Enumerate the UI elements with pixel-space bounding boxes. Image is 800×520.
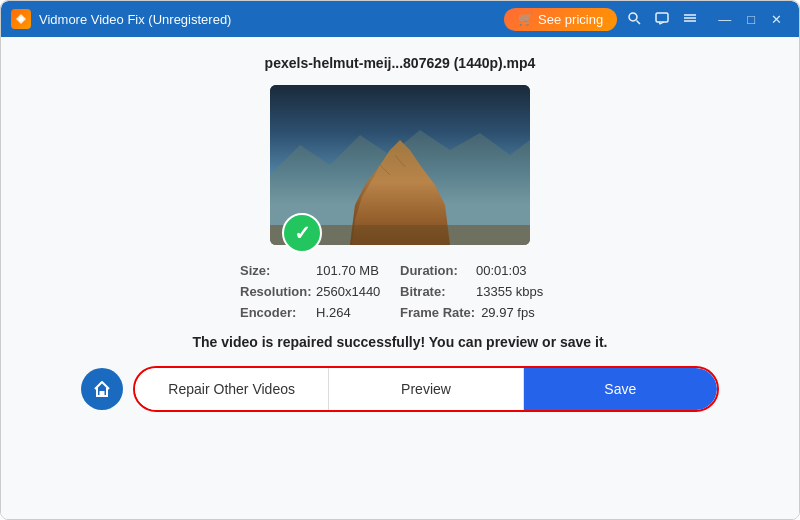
framerate-label: Frame Rate: xyxy=(400,305,475,320)
duration-row: Duration: 00:01:03 xyxy=(400,263,560,278)
bitrate-label: Bitrate: xyxy=(400,284,470,299)
main-content: pexels-helmut-meij...807629 (1440p).mp4 xyxy=(1,37,799,520)
message-button[interactable] xyxy=(651,9,673,30)
bitrate-row: Bitrate: 13355 kbps xyxy=(400,284,560,299)
title-bar-right: 🛒 See pricing — □ ✕ xyxy=(504,8,789,31)
maximize-button[interactable]: □ xyxy=(740,10,762,29)
encoder-value: H.264 xyxy=(316,305,351,320)
title-bar: Vidmore Video Fix (Unregistered) 🛒 See p… xyxy=(1,1,799,37)
app-icon xyxy=(11,9,31,29)
encoder-label: Encoder: xyxy=(240,305,310,320)
repair-other-videos-button[interactable]: Repair Other Videos xyxy=(135,368,329,410)
success-badge: ✓ xyxy=(282,213,322,253)
action-bar: Repair Other Videos Preview Save xyxy=(21,366,779,412)
close-button[interactable]: ✕ xyxy=(764,10,789,29)
framerate-row: Frame Rate: 29.97 fps xyxy=(400,305,560,320)
framerate-value: 29.97 fps xyxy=(481,305,535,320)
svg-line-2 xyxy=(637,20,641,24)
video-info-grid: Size: 101.70 MB Duration: 00:01:03 Resol… xyxy=(240,263,560,320)
resolution-label: Resolution: xyxy=(240,284,310,299)
svg-rect-14 xyxy=(100,391,105,396)
action-buttons-group: Repair Other Videos Preview Save xyxy=(133,366,719,412)
video-container: ✓ xyxy=(270,85,530,245)
success-message: The video is repaired successfully! You … xyxy=(193,334,608,350)
encoder-row: Encoder: H.264 xyxy=(240,305,380,320)
duration-label: Duration: xyxy=(400,263,470,278)
search-button[interactable] xyxy=(623,9,645,30)
save-button[interactable]: Save xyxy=(524,368,717,410)
window-controls: — □ ✕ xyxy=(711,10,789,29)
size-value: 101.70 MB xyxy=(316,263,379,278)
app-title: Vidmore Video Fix (Unregistered) xyxy=(39,12,231,27)
duration-value: 00:01:03 xyxy=(476,263,527,278)
see-pricing-button[interactable]: 🛒 See pricing xyxy=(504,8,617,31)
preview-button[interactable]: Preview xyxy=(329,368,523,410)
resolution-value: 2560x1440 xyxy=(316,284,380,299)
file-name: pexels-helmut-meij...807629 (1440p).mp4 xyxy=(265,55,536,71)
title-bar-left: Vidmore Video Fix (Unregistered) xyxy=(11,9,231,29)
checkmark-icon: ✓ xyxy=(294,221,311,245)
home-button[interactable] xyxy=(81,368,123,410)
size-label: Size: xyxy=(240,263,310,278)
minimize-button[interactable]: — xyxy=(711,10,738,29)
size-row: Size: 101.70 MB xyxy=(240,263,380,278)
resolution-row: Resolution: 2560x1440 xyxy=(240,284,380,299)
see-pricing-label: See pricing xyxy=(538,12,603,27)
menu-button[interactable] xyxy=(679,9,701,30)
svg-point-1 xyxy=(629,13,637,21)
svg-rect-3 xyxy=(656,13,668,22)
svg-point-0 xyxy=(19,17,24,22)
bitrate-value: 13355 kbps xyxy=(476,284,543,299)
cart-icon: 🛒 xyxy=(518,12,533,26)
